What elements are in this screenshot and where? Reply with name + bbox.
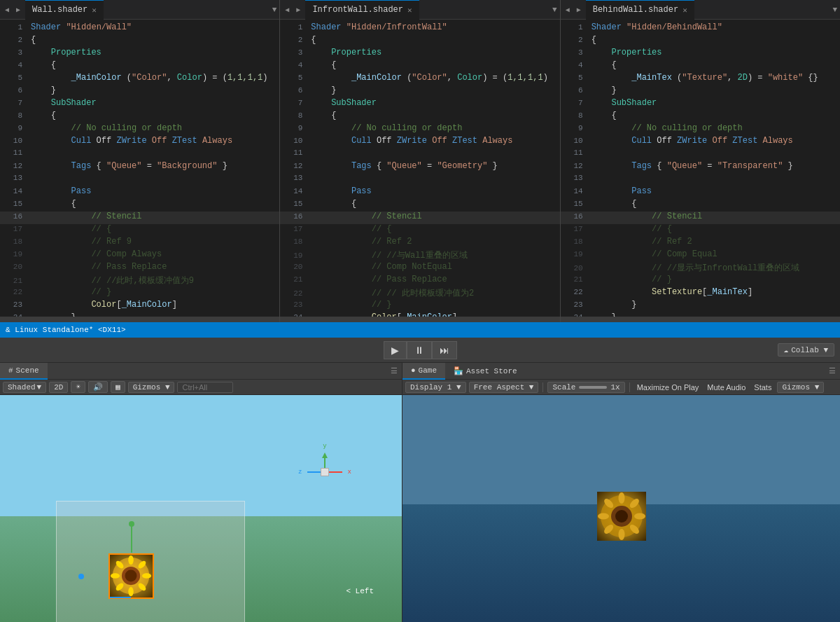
nav-next-behind[interactable]: ▶ — [575, 4, 583, 15]
code-line: 12 Tags { "Queue" = "Transparent" } — [561, 161, 840, 174]
code-line: 19 // Comp Always — [0, 249, 279, 262]
nav-prev-wall[interactable]: ◀ — [3, 4, 11, 15]
code-line: 1Shader "Hidden/InfrontWall" — [280, 22, 559, 35]
gizmo-y-label: y — [323, 443, 326, 450]
gizmo-z-label: z — [298, 469, 302, 476]
nav-prev-behind[interactable]: ◀ — [564, 4, 572, 15]
handle-left-dot[interactable] — [78, 574, 84, 579]
2d-toggle[interactable]: 2D — [49, 382, 68, 393]
play-button[interactable]: ▶ — [384, 341, 407, 359]
code-line: 10 Cull Off ZWrite Off ZTest Always — [280, 136, 559, 148]
code-line: 4 { — [280, 60, 559, 73]
svg-point-18 — [618, 529, 624, 540]
scale-control[interactable]: Scale 1x — [547, 382, 624, 393]
unity-panels: # Scene ☰ Shaded ▼ 2D ☀ 🔊 — [0, 363, 840, 622]
code-line: 12 Tags { "Queue" = "Geometry" } — [280, 161, 559, 174]
scene-gizmo: x y z — [304, 451, 346, 493]
code-line: 6 } — [561, 85, 840, 98]
transform-handle-z[interactable] — [110, 597, 131, 598]
scene-viewport: x y z < Left — [0, 395, 402, 622]
nav-prev-infront[interactable]: ◀ — [283, 4, 291, 15]
nav-next-wall[interactable]: ▶ — [14, 4, 22, 15]
code-line: 1Shader "Hidden/BehindWall" — [561, 22, 840, 35]
code-line: 7 SubShader — [0, 98, 279, 111]
gizmo-x-axis — [327, 471, 342, 473]
tab-game[interactable]: ● Game — [402, 363, 445, 380]
tab-wall-shader[interactable]: Wall.shader ✕ — [25, 0, 104, 20]
aspect-dropdown[interactable]: Free Aspect ▼ — [469, 382, 539, 393]
code-line: 6 } — [280, 85, 559, 98]
code-line: 22 SetTexture[_MainTex] — [561, 287, 840, 300]
code-line: 13 — [0, 174, 279, 186]
code-line: 16 // Stencil — [280, 212, 559, 224]
audio-button[interactable]: 🔊 — [88, 381, 108, 393]
status-text: & Linux Standalone* <DX11> — [6, 326, 126, 334]
tab-scene[interactable]: # Scene — [0, 363, 48, 380]
unity-bottom: ▶ ⏸ ⏭ ☁ Collab ▼ # Scene ☰ S — [0, 338, 840, 622]
tab-behind-shader[interactable]: BehindWall.shader ✕ — [586, 0, 694, 20]
maximize-button[interactable]: Maximize On Play — [634, 382, 702, 392]
stats-button[interactable]: Stats — [751, 382, 774, 392]
pause-button[interactable]: ⏸ — [407, 341, 432, 359]
mute-button[interactable]: Mute Audio — [704, 382, 748, 392]
code-line: 21 // } — [561, 275, 840, 287]
scene-panel: # Scene ☰ Shaded ▼ 2D ☀ 🔊 — [0, 363, 402, 622]
scale-slider[interactable] — [579, 386, 607, 389]
nav-next-infront[interactable]: ▶ — [294, 4, 302, 15]
scene-search-input[interactable] — [177, 382, 233, 393]
code-line: 12 Tags { "Queue" = "Background" } — [0, 161, 279, 174]
game-panel-menu[interactable]: ☰ — [825, 366, 840, 375]
fx-button[interactable]: ▦ — [111, 381, 125, 393]
code-line: 17 // { — [0, 224, 279, 237]
code-line: 4 { — [561, 60, 840, 73]
selected-object[interactable] — [108, 553, 154, 599]
gizmos-game-label: Gizmos ▼ — [782, 383, 819, 392]
fx-icon: ▦ — [115, 382, 120, 392]
collab-icon: ☁ — [784, 345, 789, 354]
code-line: 15 { — [0, 199, 279, 212]
tab-behind-label: BehindWall.shader — [593, 5, 678, 15]
tab-infront-shader[interactable]: InfrontWall.shader ✕ — [305, 0, 419, 20]
2d-label: 2D — [54, 383, 63, 392]
code-line: 10 Cull Off ZWrite Off ZTest Always — [561, 136, 840, 148]
tab-overflow-behind[interactable]: ▼ — [832, 6, 837, 14]
svg-point-13 — [615, 510, 628, 523]
scrollbar-behind[interactable] — [561, 317, 840, 322]
svg-point-5 — [142, 573, 151, 579]
shading-dropdown[interactable]: Shaded ▼ — [3, 382, 46, 393]
code-line: 22 // } — [0, 287, 279, 300]
step-button[interactable]: ⏭ — [432, 341, 457, 359]
code-line: 8 { — [280, 111, 559, 123]
close-wall-tab[interactable]: ✕ — [92, 6, 97, 15]
code-line: 14 Pass — [561, 186, 840, 199]
handle-top-dot[interactable] — [129, 521, 134, 527]
transform-handle-y[interactable] — [131, 525, 132, 553]
scene-tab-bar: # Scene ☰ — [0, 363, 402, 380]
shading-arrow-icon: ▼ — [37, 383, 42, 392]
collab-button[interactable]: ☁ Collab ▼ — [778, 343, 834, 357]
code-line: 19 // //与Wall重叠的区域 — [280, 249, 559, 262]
close-behind-tab[interactable]: ✕ — [682, 6, 687, 15]
display-dropdown[interactable]: Display 1 ▼ — [405, 382, 466, 393]
scrollbar-infront[interactable] — [280, 317, 559, 322]
code-line: 13 — [280, 174, 559, 186]
gizmos-game-dropdown[interactable]: Gizmos ▼ — [777, 382, 824, 393]
scene-panel-menu[interactable]: ☰ — [386, 366, 402, 375]
close-infront-tab[interactable]: ✕ — [407, 6, 412, 15]
gizmos-dropdown[interactable]: Gizmos ▼ — [128, 382, 175, 393]
audio-icon: 🔊 — [93, 382, 103, 392]
sun-button[interactable]: ☀ — [71, 381, 85, 393]
tab-overflow-infront[interactable]: ▼ — [552, 6, 557, 14]
code-line: 18 // Ref 2 — [561, 237, 840, 249]
separator2 — [629, 382, 630, 392]
code-line: 2{ — [280, 35, 559, 48]
view-label: < Left — [346, 587, 374, 595]
code-line: 5 _MainTex ("Texture", 2D) = "white" {} — [561, 73, 840, 85]
scene-tab-label: Scene — [16, 366, 39, 375]
code-line: 4 { — [0, 60, 279, 73]
code-line: 8 { — [561, 111, 840, 123]
tab-asset-store[interactable]: 🏪 Asset Store — [445, 363, 526, 380]
scrollbar-wall[interactable] — [0, 317, 279, 322]
editor-panel-behind: ◀ ▶ BehindWall.shader ✕ ▼ 1Shader "Hidde… — [561, 0, 840, 322]
tab-overflow-wall[interactable]: ▼ — [272, 6, 277, 14]
